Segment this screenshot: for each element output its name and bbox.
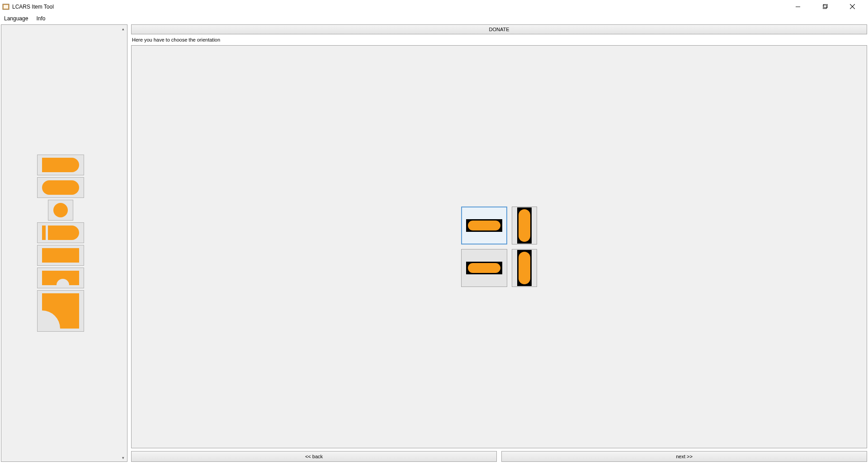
shape-segmented[interactable]	[37, 222, 84, 243]
window-controls	[789, 0, 861, 13]
right-panel: DONATE Here you have to choose the orien…	[131, 24, 867, 462]
bottom-spacer	[0, 463, 868, 470]
svg-rect-3	[823, 5, 826, 9]
shape-sidebar: ▴ ▾	[1, 24, 127, 462]
main-area: ▴ ▾ DONATE Here you have to choose the o…	[0, 24, 868, 463]
next-button[interactable]: next >>	[501, 451, 867, 462]
svg-rect-14	[519, 209, 530, 242]
instruction-text: Here you have to choose the orientation	[131, 35, 867, 45]
titlebar: LCARS Item Tool	[0, 0, 868, 14]
orientation-canvas	[131, 45, 867, 448]
orientation-grid	[461, 207, 537, 287]
menu-language[interactable]: Language	[2, 14, 30, 23]
sidebar-scrollbar[interactable]: ▴ ▾	[119, 25, 127, 461]
donate-button[interactable]: DONATE	[131, 24, 867, 34]
orientation-vertical-2[interactable]	[512, 249, 537, 287]
svg-rect-7	[42, 180, 79, 195]
menu-info[interactable]: Info	[34, 14, 47, 23]
back-button[interactable]: << back	[131, 451, 497, 462]
orientation-vertical-1[interactable]	[512, 207, 537, 244]
shape-notched[interactable]	[37, 268, 84, 288]
svg-rect-4	[824, 4, 827, 8]
shape-circle[interactable]	[48, 200, 73, 221]
svg-rect-12	[468, 221, 500, 230]
svg-rect-9	[42, 226, 46, 240]
shape-rounded-right[interactable]	[37, 155, 84, 175]
minimize-button[interactable]	[789, 0, 807, 13]
shape-elbow[interactable]	[37, 290, 84, 332]
svg-rect-16	[468, 263, 500, 273]
orientation-horizontal-1[interactable]	[461, 207, 507, 244]
menubar: Language Info	[0, 14, 868, 24]
orientation-horizontal-2[interactable]	[461, 249, 507, 287]
svg-rect-1	[4, 5, 8, 9]
maximize-button[interactable]	[816, 0, 834, 13]
svg-rect-18	[519, 252, 530, 284]
shape-rectangle[interactable]	[37, 245, 84, 266]
svg-rect-10	[42, 248, 79, 263]
close-button[interactable]	[843, 0, 861, 13]
window-title: LCARS Item Tool	[12, 4, 789, 10]
shape-pill[interactable]	[37, 177, 84, 198]
nav-buttons: << back next >>	[131, 451, 867, 462]
scroll-up-icon[interactable]: ▴	[119, 25, 127, 33]
svg-point-8	[53, 203, 68, 217]
app-icon	[2, 3, 9, 10]
shape-list	[1, 25, 119, 461]
scroll-down-icon[interactable]: ▾	[119, 454, 127, 461]
